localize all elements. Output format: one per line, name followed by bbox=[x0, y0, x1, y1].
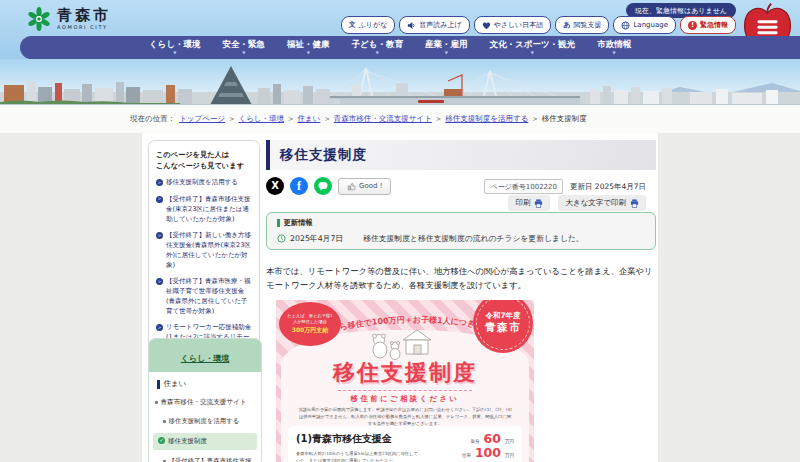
city-name: 青森市 bbox=[57, 8, 111, 23]
breadcrumb-separator: > bbox=[288, 115, 293, 123]
x-icon: X bbox=[271, 181, 279, 191]
chevron-down-icon: ▼ bbox=[445, 51, 448, 55]
content-area: このページを見た人は こんなページも見ています >移住支援制度を活用する >【受… bbox=[0, 133, 800, 462]
update-info-box: 更新情報 2025年4月7日 移住支援制度と移住支援制度の流れのチラシを更新しま… bbox=[266, 212, 656, 250]
good-button[interactable]: Good ! bbox=[338, 178, 391, 195]
grant1-box: (1)青森市移住支援金 青森市転入前の10年のうち通算5年以上東京23区内に居住… bbox=[288, 426, 522, 462]
share-facebook-button[interactable]: f bbox=[290, 177, 308, 195]
city-logo[interactable]: 青森市 AOMORI CITY bbox=[26, 6, 111, 32]
clock-icon bbox=[277, 234, 286, 243]
hamburger-icon bbox=[757, 20, 777, 34]
breadcrumb-link-living[interactable]: くらし・環境 bbox=[239, 114, 285, 124]
update-text: 移住支援制度と移住支援制度の流れのチラシを更新しました。 bbox=[363, 233, 584, 244]
intro-paragraph: 本市では、リモートワーク等の普及に伴い、地方移住への関心が高まっていることを踏ま… bbox=[266, 264, 658, 292]
line-icon bbox=[317, 180, 329, 192]
related-link[interactable]: >【受付終了】青森市医療・福祉職子育て世帯移住支援金(青森県外に居住していた子育… bbox=[156, 277, 252, 316]
chevron-down-icon: ▼ bbox=[173, 51, 176, 55]
thumbs-up-icon bbox=[347, 182, 356, 191]
category-title-link[interactable]: くらし・環境 bbox=[181, 354, 230, 363]
language-button[interactable]: Language bbox=[613, 16, 676, 34]
grant1-row-household: 世帯 100 万円 bbox=[428, 446, 514, 459]
speaker-icon bbox=[407, 21, 416, 30]
page-number-badge: ページ番号1002220 bbox=[484, 179, 563, 194]
grant1-info: (1)青森市移住支援金 青森市転入前の10年のうち通算5年以上東京23区内に居住… bbox=[296, 432, 422, 462]
flyer-example-note: たとえば、親とお子様1人が移住した場合 bbox=[287, 313, 333, 325]
breadcrumb-separator: > bbox=[324, 115, 329, 123]
breadcrumb-link-migration-site[interactable]: 青森市移住・交流支援サイト bbox=[334, 114, 432, 124]
category-item-current[interactable]: ✓移住支援制度 bbox=[153, 433, 257, 450]
furigana-icon: 文 bbox=[349, 20, 356, 30]
update-info-line: 2025年4月7日 移住支援制度と移住支援制度の流れのチラシを更新しました。 bbox=[277, 233, 645, 244]
text-to-speech-button[interactable]: 音声読み上げ bbox=[399, 16, 469, 34]
flyer-example-amount: 300万円支給 bbox=[292, 326, 329, 335]
easy-japanese-button[interactable]: やさしい日本語 bbox=[474, 16, 552, 34]
breadcrumb-link-use-support[interactable]: 移住支援制度を活用する bbox=[445, 114, 528, 124]
flyer-image[interactable]: 東京23区から移住で100万円＋お子様1人につき100万円加算 たとえば、親とお… bbox=[276, 300, 534, 462]
breadcrumb-separator: > bbox=[229, 115, 234, 123]
chevron-down-icon: ▼ bbox=[307, 51, 310, 55]
nav-item-welfare-health[interactable]: 福祉・健康▼ bbox=[276, 40, 341, 55]
flyer-subtitle: 移住前にご相談ください bbox=[276, 394, 534, 404]
print-button[interactable]: 印刷 bbox=[508, 195, 550, 211]
grant1-description: 青森市転入前の10年のうち通算5年以上東京23区内に居住していた、または東京23… bbox=[296, 450, 422, 462]
city-name-en: AOMORI CITY bbox=[57, 25, 111, 30]
grant1-amounts: 単身 60 万円 世帯 100 万円 子の加算 100 万円/人 bbox=[428, 432, 514, 462]
breadcrumb-separator: > bbox=[436, 115, 441, 123]
nav-item-safety-emergency[interactable]: 安全・緊急▼ bbox=[212, 40, 277, 55]
related-link[interactable]: >【受付終了】新しい働き方移住支援金(青森県外(東京23区外)に居住していたかた… bbox=[156, 231, 252, 270]
updated-date: 更新日 2025年4月7日 bbox=[570, 182, 646, 192]
printer-icon bbox=[630, 199, 639, 208]
browsing-support-button[interactable]: あ 閲覧支援 bbox=[555, 16, 609, 34]
nav-item-city-government[interactable]: 市政情報▼ bbox=[586, 40, 642, 55]
page-meta: ページ番号1002220 更新日 2025年4月7日 bbox=[484, 179, 646, 194]
category-item-use-support[interactable]: 移住支援制度を活用する bbox=[149, 412, 261, 431]
category-section-housing[interactable]: 住まい bbox=[149, 372, 261, 393]
global-nav: くらし・環境▼ 安全・緊急▼ 福祉・健康▼ 子ども・教育▼ 産業・雇用▼ 文化・… bbox=[20, 36, 800, 59]
emergency-info-button[interactable]: ! 緊急情報 bbox=[680, 16, 736, 34]
breadcrumb-link-housing[interactable]: 住まい bbox=[298, 114, 321, 124]
printer-icon bbox=[534, 199, 543, 208]
related-link[interactable]: >移住支援制度を活用する bbox=[156, 178, 252, 188]
chevron-down-icon: ▼ bbox=[613, 51, 616, 55]
bullet-icon bbox=[163, 420, 166, 423]
chevron-down-icon: ▼ bbox=[242, 51, 245, 55]
furigana-button[interactable]: 文 ふりがな bbox=[341, 16, 396, 34]
related-pages-title: このページを見た人は こんなページも見ています bbox=[156, 149, 252, 171]
nav-item-living-environment[interactable]: くらし・環境▼ bbox=[138, 40, 212, 55]
related-link[interactable]: >【受付終了】青森市移住支援金(東京23区に居住または通勤していたかたが対象) bbox=[156, 195, 252, 224]
alert-icon: ! bbox=[688, 21, 697, 30]
breadcrumb-separator: > bbox=[532, 115, 537, 123]
heart-icon bbox=[482, 21, 491, 30]
facebook-icon: f bbox=[297, 180, 301, 192]
breadcrumb-label: 現在の位置： bbox=[130, 114, 175, 124]
share-x-button[interactable]: X bbox=[266, 177, 284, 195]
flyer-title: 移住支援制度 bbox=[276, 358, 534, 388]
page-title: 移住支援制度 bbox=[280, 146, 367, 164]
share-line-button[interactable] bbox=[314, 177, 332, 195]
city-logo-text: 青森市 AOMORI CITY bbox=[57, 8, 111, 30]
bear-family-illustration bbox=[365, 326, 445, 360]
flyer-divider bbox=[338, 390, 472, 391]
category-item-migration-site[interactable]: 青森市移住・交流支援サイト bbox=[149, 393, 261, 412]
category-item-partial[interactable]: 【受付終了】青森市移住支援金(東京 bbox=[149, 452, 261, 462]
category-menu-header: くらし・環境 bbox=[149, 339, 261, 372]
breadcrumb-link-home[interactable]: トップページ bbox=[179, 114, 225, 124]
chevron-down-icon: ▼ bbox=[531, 51, 534, 55]
update-date: 2025年4月7日 bbox=[290, 233, 343, 244]
arrow-circle-icon: > bbox=[156, 196, 163, 203]
nav-item-industry-employment[interactable]: 産業・雇用▼ bbox=[414, 40, 479, 55]
print-large-button[interactable]: 大きな文字で印刷 bbox=[558, 195, 646, 211]
grant1-row-single: 単身 60 万円 bbox=[428, 432, 514, 445]
content-panel: このページを見た人は こんなページも見ています >移住支援制度を活用する >【受… bbox=[142, 133, 658, 462]
bullet-icon bbox=[155, 401, 158, 404]
check-icon: ✓ bbox=[158, 437, 165, 444]
browsing-support-icon: あ bbox=[563, 20, 570, 30]
update-info-title: 更新情報 bbox=[277, 218, 645, 228]
nav-item-children-education[interactable]: 子ども・教育▼ bbox=[341, 40, 414, 55]
category-menu: くらし・環境 住まい 青森市移住・交流支援サイト 移住支援制度を活用する ✓移住… bbox=[148, 338, 262, 462]
breadcrumb-current: 移住支援制度 bbox=[542, 114, 587, 124]
nav-item-culture-sports-tourism[interactable]: 文化・スポーツ・観光▼ bbox=[479, 40, 587, 55]
section-bar bbox=[277, 219, 280, 227]
arrow-circle-icon: > bbox=[156, 179, 163, 186]
page-title-bar: 移住支援制度 bbox=[266, 140, 656, 170]
